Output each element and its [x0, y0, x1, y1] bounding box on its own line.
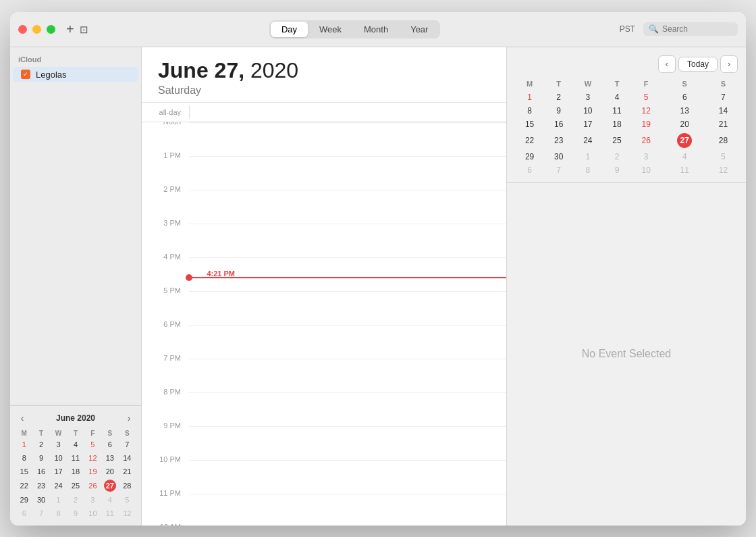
- mini-cal-day[interactable]: 23: [32, 478, 49, 493]
- today-button[interactable]: Today: [678, 57, 718, 72]
- mini-cal-day[interactable]: 17: [50, 465, 67, 478]
- right-cal-day[interactable]: 6: [661, 91, 709, 104]
- mini-cal-day[interactable]: 22: [16, 478, 32, 493]
- calendar-checkbox-legolas[interactable]: [21, 70, 30, 79]
- right-cal-prev[interactable]: ‹: [658, 55, 676, 73]
- right-cal-day[interactable]: 9: [602, 163, 631, 177]
- mini-cal-day[interactable]: 15: [16, 465, 32, 478]
- mini-cal-day[interactable]: 4: [67, 438, 84, 451]
- right-cal-day[interactable]: 20: [661, 118, 709, 131]
- right-cal-day[interactable]: 8: [515, 104, 544, 118]
- mini-cal-day[interactable]: 7: [32, 507, 49, 520]
- tab-year[interactable]: Year: [400, 22, 439, 37]
- mini-cal-day[interactable]: 7: [119, 438, 136, 451]
- right-cal-day[interactable]: 7: [709, 91, 738, 104]
- mini-cal-day[interactable]: 5: [84, 438, 101, 451]
- right-cal-day[interactable]: 25: [602, 131, 631, 150]
- mini-cal-day[interactable]: 6: [16, 507, 32, 520]
- right-cal-day[interactable]: 26: [632, 131, 661, 150]
- right-cal-day[interactable]: 7: [544, 163, 573, 177]
- right-cal-day[interactable]: 13: [661, 104, 709, 118]
- mini-cal-day[interactable]: 9: [32, 451, 49, 465]
- right-cal-next[interactable]: ›: [720, 55, 738, 73]
- right-cal-day[interactable]: 27: [661, 131, 709, 150]
- right-cal-day[interactable]: 16: [544, 118, 573, 131]
- add-event-button[interactable]: +: [66, 22, 74, 36]
- mini-cal-day[interactable]: 27: [101, 478, 118, 493]
- mini-cal-day[interactable]: 12: [119, 507, 136, 520]
- right-cal-day[interactable]: 19: [632, 118, 661, 131]
- right-cal-day[interactable]: 23: [544, 131, 573, 150]
- right-cal-day[interactable]: 6: [515, 163, 544, 177]
- mini-cal-next[interactable]: ›: [122, 411, 136, 425]
- right-cal-day[interactable]: 2: [544, 91, 573, 104]
- tab-month[interactable]: Month: [353, 22, 399, 37]
- tab-day[interactable]: Day: [271, 22, 308, 37]
- minimize-button[interactable]: [32, 25, 41, 34]
- mini-cal-day[interactable]: 25: [67, 478, 84, 493]
- right-cal-day[interactable]: 2: [602, 150, 631, 163]
- mini-cal-prev[interactable]: ‹: [16, 411, 29, 425]
- mini-cal-day[interactable]: 11: [101, 507, 118, 520]
- time-grid[interactable]: Noon1 PM2 PM3 PM4 PM5 PM6 PM7 PM8 PM9 PM…: [142, 122, 506, 526]
- right-cal-day[interactable]: 22: [515, 131, 544, 150]
- right-cal-day[interactable]: 5: [709, 150, 738, 163]
- mini-cal-day[interactable]: 3: [50, 438, 67, 451]
- right-cal-day[interactable]: 12: [632, 104, 661, 118]
- mini-cal-day[interactable]: 13: [101, 451, 118, 465]
- right-cal-day[interactable]: 18: [602, 118, 631, 131]
- search-input[interactable]: [662, 24, 732, 34]
- mini-cal-day[interactable]: 2: [67, 493, 84, 507]
- right-cal-day[interactable]: 1: [515, 91, 544, 104]
- mini-cal-day[interactable]: 1: [50, 493, 67, 507]
- mini-cal-day[interactable]: 8: [50, 507, 67, 520]
- mini-cal-day[interactable]: 24: [50, 478, 67, 493]
- mini-cal-day[interactable]: 1: [16, 438, 32, 451]
- right-cal-day[interactable]: 12: [709, 163, 738, 177]
- mini-cal-day[interactable]: 29: [16, 493, 32, 507]
- right-cal-day[interactable]: 30: [544, 150, 573, 163]
- right-cal-day[interactable]: 5: [632, 91, 661, 104]
- mini-cal-day[interactable]: 30: [32, 493, 49, 507]
- maximize-button[interactable]: [47, 25, 55, 34]
- mini-cal-day[interactable]: 9: [67, 507, 84, 520]
- right-cal-day[interactable]: 11: [661, 163, 709, 177]
- right-cal-day[interactable]: 10: [573, 104, 602, 118]
- right-cal-day[interactable]: 29: [515, 150, 544, 163]
- right-cal-day[interactable]: 24: [573, 131, 602, 150]
- right-cal-day[interactable]: 3: [573, 91, 602, 104]
- right-cal-day[interactable]: 11: [602, 104, 631, 118]
- mini-cal-day[interactable]: 26: [84, 478, 101, 493]
- allday-area[interactable]: [189, 105, 506, 119]
- inbox-button[interactable]: ⊡: [80, 24, 90, 34]
- mini-cal-day[interactable]: 8: [16, 451, 32, 465]
- mini-cal-day[interactable]: 2: [32, 438, 49, 451]
- right-cal-day[interactable]: 9: [544, 104, 573, 118]
- right-cal-day[interactable]: 17: [573, 118, 602, 131]
- right-cal-day[interactable]: 1: [573, 150, 602, 163]
- mini-cal-day[interactable]: 20: [101, 465, 118, 478]
- mini-cal-day[interactable]: 19: [84, 465, 101, 478]
- tab-week[interactable]: Week: [308, 22, 352, 37]
- mini-cal-day[interactable]: 6: [101, 438, 118, 451]
- right-cal-day[interactable]: 21: [709, 118, 738, 131]
- right-cal-day[interactable]: 8: [573, 163, 602, 177]
- mini-cal-day[interactable]: 10: [50, 451, 67, 465]
- right-cal-day[interactable]: 10: [632, 163, 661, 177]
- mini-cal-day[interactable]: 14: [119, 451, 136, 465]
- mini-cal-day[interactable]: 16: [32, 465, 49, 478]
- mini-cal-day[interactable]: 5: [119, 493, 136, 507]
- right-cal-day[interactable]: 28: [709, 131, 738, 150]
- right-cal-day[interactable]: 15: [515, 118, 544, 131]
- search-box[interactable]: 🔍: [643, 22, 738, 36]
- mini-cal-day[interactable]: 18: [67, 465, 84, 478]
- mini-cal-day[interactable]: 21: [119, 465, 136, 478]
- right-cal-day[interactable]: 14: [709, 104, 738, 118]
- right-cal-day[interactable]: 4: [661, 150, 709, 163]
- close-button[interactable]: [18, 25, 27, 34]
- mini-cal-day[interactable]: 11: [67, 451, 84, 465]
- mini-cal-day[interactable]: 3: [84, 493, 101, 507]
- mini-cal-day[interactable]: 28: [119, 478, 136, 493]
- mini-cal-day[interactable]: 12: [84, 451, 101, 465]
- right-cal-day[interactable]: 4: [602, 91, 631, 104]
